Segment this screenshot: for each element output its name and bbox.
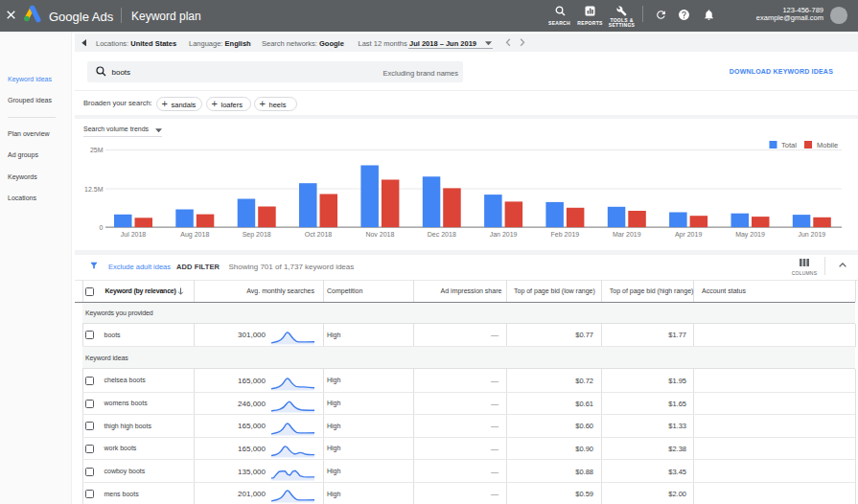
svg-text:Mar 2019: Mar 2019 — [613, 230, 641, 237]
svg-text:Jul 2018: Jul 2018 — [121, 230, 147, 237]
svg-text:0: 0 — [100, 223, 104, 230]
svg-text:Oct 2018: Oct 2018 — [305, 230, 333, 237]
svg-text:May 2019: May 2019 — [735, 230, 765, 238]
svg-text:Apr 2019: Apr 2019 — [675, 230, 703, 238]
svg-text:Aug 2018: Aug 2018 — [180, 230, 209, 238]
svg-text:Jun 2019: Jun 2019 — [798, 230, 825, 237]
svg-text:25M: 25M — [90, 147, 104, 153]
svg-text:Feb 2019: Feb 2019 — [551, 230, 580, 237]
svg-text:Total: Total — [781, 141, 797, 149]
svg-text:12.5M: 12.5M — [84, 185, 104, 192]
svg-text:Jan 2019: Jan 2019 — [490, 230, 518, 237]
svg-text:Nov 2018: Nov 2018 — [365, 230, 394, 237]
svg-text:Mobile: Mobile — [817, 141, 838, 149]
svg-text:Sep 2018: Sep 2018 — [243, 230, 271, 238]
svg-text:Dec 2018: Dec 2018 — [428, 230, 456, 237]
